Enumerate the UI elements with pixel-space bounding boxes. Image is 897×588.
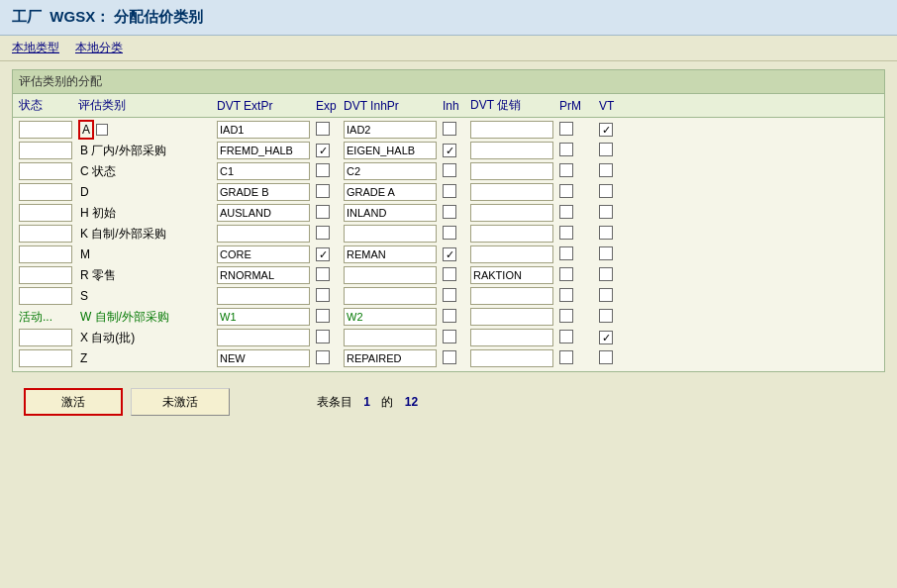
vt-checkbox-z[interactable]: [599, 350, 613, 364]
inh-checkbox-a[interactable]: [443, 122, 456, 136]
dvt-inh-input-r[interactable]: [344, 266, 437, 284]
vt-checkbox-r[interactable]: [599, 267, 613, 281]
exp-checkbox-m[interactable]: [316, 247, 330, 261]
dvt-ext-input-d[interactable]: [217, 183, 310, 201]
inh-checkbox-m[interactable]: [443, 247, 456, 261]
prm-checkbox-h[interactable]: [559, 205, 573, 219]
prm-checkbox-x[interactable]: [559, 330, 573, 343]
promo-input-h[interactable]: [470, 204, 553, 222]
promo-input-r[interactable]: [470, 266, 553, 284]
inh-checkbox-k[interactable]: [443, 226, 456, 240]
vt-checkbox-d[interactable]: [599, 184, 613, 198]
inh-checkbox-c[interactable]: [443, 163, 456, 177]
prm-checkbox-b[interactable]: [559, 143, 573, 156]
exp-checkbox-z[interactable]: [316, 350, 330, 364]
status-input-k[interactable]: [19, 225, 72, 243]
status-input-r[interactable]: [19, 266, 72, 284]
dvt-ext-input-x[interactable]: [217, 329, 310, 346]
inh-checkbox-h[interactable]: [443, 205, 456, 219]
dvt-inh-input-d[interactable]: [344, 183, 437, 201]
dvt-ext-input-m[interactable]: [217, 245, 310, 263]
vt-checkbox-b[interactable]: [599, 143, 613, 156]
exp-checkbox-a[interactable]: [316, 122, 330, 136]
status-input-x[interactable]: [19, 329, 72, 346]
inh-checkbox-r[interactable]: [443, 267, 456, 281]
status-input-s[interactable]: [19, 287, 72, 305]
promo-input-w[interactable]: [470, 308, 553, 326]
dvt-inh-input-b[interactable]: [344, 142, 437, 159]
prm-checkbox-k[interactable]: [559, 226, 573, 240]
vt-checkbox-c[interactable]: [599, 163, 613, 177]
dvt-inh-input-x[interactable]: [344, 329, 437, 346]
prm-checkbox-a[interactable]: [559, 122, 573, 136]
vt-checkbox-m[interactable]: [599, 246, 613, 260]
promo-input-z[interactable]: [470, 349, 553, 367]
inh-checkbox-s[interactable]: [443, 288, 456, 302]
promo-input-s[interactable]: [470, 287, 553, 305]
vt-checkbox-k[interactable]: [599, 226, 613, 240]
prm-checkbox-w[interactable]: [559, 309, 573, 323]
dvt-ext-input-h[interactable]: [217, 204, 310, 222]
promo-input-x[interactable]: [470, 329, 553, 346]
prm-checkbox-r[interactable]: [559, 267, 573, 281]
dvt-ext-input-a[interactable]: [217, 121, 310, 139]
prm-checkbox-c[interactable]: [559, 163, 573, 177]
exp-checkbox-r[interactable]: [316, 267, 330, 281]
dvt-inh-input-m[interactable]: [344, 245, 437, 263]
vt-checkbox-w[interactable]: [599, 309, 613, 323]
status-input-h[interactable]: [19, 204, 72, 222]
promo-input-d[interactable]: [470, 183, 553, 201]
promo-input-c[interactable]: [470, 162, 553, 180]
inh-checkbox-x[interactable]: [443, 330, 456, 343]
dvt-ext-input-s[interactable]: [217, 287, 310, 305]
prm-checkbox-m[interactable]: [559, 246, 573, 260]
dvt-inh-input-z[interactable]: [344, 349, 437, 367]
inh-checkbox-b[interactable]: [443, 144, 456, 157]
vt-checkbox-x[interactable]: [599, 331, 613, 344]
menu-local-class[interactable]: 本地分类: [75, 40, 123, 56]
status-cell-k: [17, 225, 76, 243]
prm-checkbox-z[interactable]: [559, 350, 573, 364]
dvt-ext-input-r[interactable]: [217, 266, 310, 284]
dvt-inh-input-a[interactable]: [344, 121, 437, 139]
inh-checkbox-w[interactable]: [443, 309, 456, 323]
dvt-ext-input-z[interactable]: [217, 349, 310, 367]
promo-input-k[interactable]: [470, 225, 553, 243]
dvt-inh-input-s[interactable]: [344, 287, 437, 305]
dvt-inh-input-c[interactable]: [344, 162, 437, 180]
exp-checkbox-d[interactable]: [316, 184, 330, 198]
status-input-z[interactable]: [19, 349, 72, 367]
dvt-inh-input-h[interactable]: [344, 204, 437, 222]
exp-checkbox-c[interactable]: [316, 163, 330, 177]
vt-checkbox-h[interactable]: [599, 205, 613, 219]
exp-checkbox-w[interactable]: [316, 309, 330, 323]
status-input-d[interactable]: [19, 183, 72, 201]
dvt-ext-input-k[interactable]: [217, 225, 310, 243]
prm-checkbox-d[interactable]: [559, 184, 573, 198]
dvt-ext-input-c[interactable]: [217, 162, 310, 180]
promo-input-b[interactable]: [470, 142, 553, 159]
dvt-ext-input-w[interactable]: [217, 308, 310, 326]
status-input-c[interactable]: [19, 162, 72, 180]
exp-checkbox-s[interactable]: [316, 288, 330, 302]
exp-checkbox-h[interactable]: [316, 205, 330, 219]
vt-checkbox-s[interactable]: [599, 288, 613, 302]
prm-checkbox-s[interactable]: [559, 288, 573, 302]
dvt-ext-input-b[interactable]: [217, 142, 310, 159]
dvt-inh-input-w[interactable]: [344, 308, 437, 326]
dvt-inh-input-k[interactable]: [344, 225, 437, 243]
inh-checkbox-z[interactable]: [443, 350, 456, 364]
deactivate-button[interactable]: 未激活: [131, 388, 230, 416]
status-input-m[interactable]: [19, 245, 72, 263]
promo-input-m[interactable]: [470, 245, 553, 263]
vt-checkbox-a[interactable]: [599, 123, 613, 137]
activate-button[interactable]: 激活: [24, 388, 123, 416]
menu-local-type[interactable]: 本地类型: [12, 40, 59, 56]
exp-checkbox-k[interactable]: [316, 226, 330, 240]
inh-checkbox-d[interactable]: [443, 184, 456, 198]
status-input-a[interactable]: [19, 121, 72, 139]
exp-checkbox-x[interactable]: [316, 330, 330, 343]
status-input-b[interactable]: [19, 142, 72, 159]
exp-checkbox-b[interactable]: [316, 144, 330, 157]
promo-input-a[interactable]: [470, 121, 553, 139]
